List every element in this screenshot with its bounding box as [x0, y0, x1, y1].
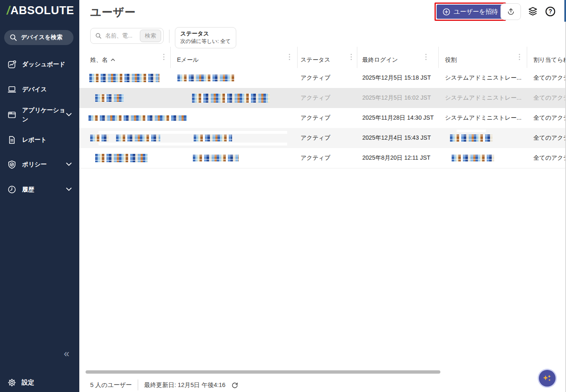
- invite-user-button[interactable]: ユーザーを招待: [437, 5, 504, 19]
- last-updated: 最終更新日: 12月5日 午後4:16: [144, 381, 225, 389]
- search-icon: [95, 33, 102, 39]
- filter-condition: 次の値に等しい: 全て: [180, 38, 231, 45]
- column-menu-icon[interactable]: [351, 56, 352, 58]
- column-menu-icon[interactable]: [163, 56, 164, 58]
- svg-text:?: ?: [548, 8, 552, 15]
- toolbar-divider: [169, 30, 169, 43]
- filter-name: ステータス: [180, 30, 231, 38]
- sort-asc-icon: [111, 58, 115, 61]
- status-cell: アクティブ: [301, 128, 331, 148]
- sidebar-item-label: ダッシュボード: [22, 60, 69, 69]
- ai-assistant-button[interactable]: [538, 369, 557, 388]
- table-row[interactable]: アクティブ 2025年8月20日 12:11 JST 全てのアクティ: [79, 148, 566, 168]
- chevron-down-icon: [66, 163, 72, 166]
- redaction-bar: [99, 131, 287, 134]
- device-search-button[interactable]: デバイスを検索: [4, 30, 73, 45]
- table-row[interactable]: アクティブ 2025年12月5日 15:18 JST システムアドミニストレー.…: [79, 68, 566, 88]
- user-search-input[interactable]: 名前、電... 検索: [90, 28, 164, 44]
- logo-text: ABSOLUTE: [10, 4, 74, 17]
- help-button[interactable]: ?: [544, 5, 556, 18]
- column-menu-icon[interactable]: [519, 56, 520, 58]
- logo-slash: /: [7, 4, 10, 17]
- redacted-name: [95, 94, 124, 102]
- assigned-cell: 全てのアクティ: [533, 108, 566, 128]
- dashboard-icon: [7, 60, 17, 69]
- status-cell: アクティブ: [301, 148, 331, 168]
- search-placeholder: 名前、電...: [105, 32, 136, 40]
- assigned-cell: 全てのアクティ: [533, 68, 566, 88]
- horizontal-scrollbar[interactable]: [86, 370, 440, 374]
- assigned-cell: 全てのアクティ: [533, 148, 566, 168]
- column-header-role[interactable]: 役割: [445, 52, 457, 68]
- gear-icon: [7, 378, 17, 387]
- assigned-cell: 全てのアクティ: [533, 88, 566, 108]
- refresh-icon[interactable]: [231, 382, 238, 389]
- sidebar-item-devices[interactable]: デバイス: [0, 79, 79, 99]
- footer-divider: [138, 379, 138, 390]
- document-icon: [7, 135, 17, 145]
- question-circle-icon: ?: [545, 6, 556, 17]
- absolute-logo: /ABSOLUTE: [7, 4, 74, 17]
- redacted-email: [177, 75, 234, 81]
- status-cell: アクティブ: [301, 68, 331, 88]
- redacted-email: [194, 135, 232, 141]
- device-search-label: デバイスを検索: [21, 34, 63, 41]
- table-row[interactable]: アクティブ 2025年12月5日 16:02 JST システムアドミニストレー.…: [79, 88, 566, 108]
- redacted-name: [90, 135, 109, 141]
- sidebar-item-label: 履歴: [22, 185, 69, 194]
- redacted-email: [192, 93, 270, 103]
- app-window-icon: [7, 110, 17, 120]
- last-login-cell: 2025年12月4日 15:43 JST: [362, 128, 431, 148]
- chevron-down-icon: [66, 113, 72, 117]
- redacted-email: [193, 155, 239, 161]
- laptop-icon: [7, 85, 17, 94]
- app-window: /ABSOLUTE デバイスを検索 ダッシュボード デバイス アプリケーション: [0, 0, 566, 392]
- sidebar-item-dashboard[interactable]: ダッシュボード: [0, 54, 79, 74]
- search-icon: [10, 34, 17, 41]
- redacted-role: [452, 155, 494, 161]
- user-count: 5 人のユーザー: [90, 381, 132, 389]
- layers-icon: [527, 6, 538, 17]
- role-cell: システムアドミニストレー...: [445, 88, 521, 108]
- redacted-name: [95, 154, 148, 162]
- layers-button[interactable]: [526, 5, 539, 18]
- upload-icon: [506, 7, 515, 16]
- column-header-name[interactable]: 姓、名: [90, 52, 115, 68]
- last-login-cell: 2025年12月5日 16:02 JST: [362, 88, 431, 108]
- status-cell: アクティブ: [301, 88, 331, 108]
- invite-user-highlight-box: ユーザーを招待: [435, 3, 506, 21]
- role-cell: システムアドミニストレー...: [445, 68, 521, 88]
- search-submit-button[interactable]: 検索: [140, 30, 161, 42]
- sidebar: /ABSOLUTE デバイスを検索 ダッシュボード デバイス アプリケーション: [0, 0, 79, 392]
- table-row[interactable]: アクティブ 2025年12月4日 15:43 JST 全てのアクティ: [79, 128, 566, 148]
- sidebar-item-applications[interactable]: アプリケーション: [0, 102, 79, 128]
- redaction-bar: [457, 130, 486, 132]
- role-cell: システムアドミニストレー...: [445, 108, 521, 128]
- column-header-email[interactable]: Eメール: [177, 52, 199, 68]
- sidebar-item-reports[interactable]: レポート: [0, 130, 79, 150]
- redacted-name: [88, 116, 187, 121]
- sidebar-item-label: アプリケーション: [22, 106, 69, 124]
- export-button[interactable]: [500, 3, 521, 20]
- assigned-cell: 全てのアクティ: [533, 128, 566, 148]
- column-header-status[interactable]: ステータス: [301, 52, 330, 68]
- settings-label: 設定: [22, 379, 34, 387]
- sparkles-icon: [539, 370, 556, 387]
- table-header: 姓、名 Eメール ステータス 最終ログイン 役割 割り当てられた: [79, 52, 566, 68]
- table-footer: 5 人のユーザー 最終更新日: 12月5日 午後4:16: [90, 379, 238, 391]
- sidebar-item-policies[interactable]: ポリシー: [0, 154, 79, 174]
- column-menu-icon[interactable]: [425, 56, 427, 58]
- sidebar-item-settings[interactable]: 設定: [0, 373, 79, 392]
- table-row[interactable]: アクティブ 2025年11月28日 14:30 JST システムアドミニストレー…: [79, 108, 566, 128]
- chevron-down-icon: [66, 188, 72, 191]
- redacted-name: [89, 74, 159, 82]
- last-login-cell: 2025年11月28日 14:30 JST: [362, 108, 434, 128]
- redacted-name: [116, 135, 160, 141]
- column-header-last-login[interactable]: 最終ログイン: [362, 52, 398, 68]
- sidebar-item-history[interactable]: 履歴: [0, 179, 79, 199]
- column-header-assigned[interactable]: 割り当てられた: [533, 52, 566, 68]
- sidebar-collapse-button[interactable]: «: [64, 349, 69, 359]
- status-filter-chip[interactable]: ステータス 次の値に等しい: 全て: [175, 27, 236, 48]
- column-menu-icon[interactable]: [289, 56, 290, 58]
- page-title: ユーザー: [90, 5, 136, 20]
